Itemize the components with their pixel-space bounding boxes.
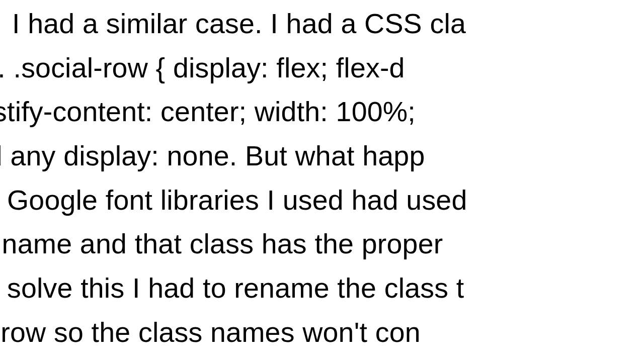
text-body: I had a similar case. I had a CSS cla ow… [0, 2, 467, 355]
text-line: Google font libraries I used had used [7, 178, 467, 223]
text-line: ified any display: none. But what happ [0, 134, 467, 178]
text-line: I had a similar case. I had a CSS cla [12, 2, 467, 46]
text-line: act-row so the class names won't con [0, 311, 467, 355]
text-line: ow. .social-row { display: flex; flex-d [0, 46, 467, 90]
text-line: ustify-content: center; width: 100%; [0, 90, 467, 134]
text-line: solve this I had to rename the class t [7, 266, 467, 311]
text-line: s name and that class has the proper [0, 222, 467, 266]
